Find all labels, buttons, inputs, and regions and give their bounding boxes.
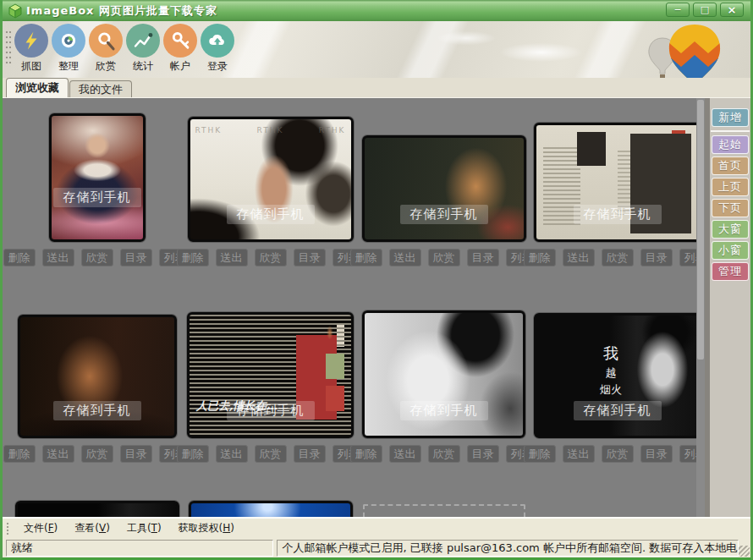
- gallery-item: 存储到手机 删除 送出 欣赏 目录 列表: [357, 267, 530, 464]
- thumbnail-image[interactable]: RTHKRTHKRTHK 存储到手机: [188, 117, 354, 242]
- directory-button[interactable]: 目录: [467, 445, 499, 463]
- watermark-label: 存储到手机: [400, 205, 488, 224]
- delete-button[interactable]: 删除: [524, 445, 556, 463]
- minimize-button[interactable]: ─: [666, 3, 690, 17]
- gallery-item: 存储到手机 删除 送出 欣赏 目录 列表: [357, 98, 530, 267]
- watermark-label: 存储到手机: [574, 205, 662, 224]
- gallery-item: RTHKRTHKRTHK 存储到手机 删除 送出 欣赏 目录 列表: [184, 98, 357, 267]
- view-button[interactable]: 欣赏: [428, 249, 460, 266]
- directory-button[interactable]: 目录: [294, 445, 326, 463]
- thumbnail-image[interactable]: 存储到手机: [49, 113, 146, 242]
- photo-background-text: RTHKRTHKRTHK: [195, 126, 346, 135]
- thumbnail-image[interactable]: 我 越 烟火 存储到手机: [534, 313, 696, 438]
- manage-button[interactable]: 管理: [712, 262, 749, 281]
- capture-button[interactable]: 抓图: [13, 24, 50, 74]
- menu-view[interactable]: 查看(V): [66, 519, 118, 538]
- status-ready: 就绪: [6, 540, 273, 557]
- gallery-item: [530, 464, 696, 517]
- delete-button[interactable]: 删除: [524, 249, 556, 266]
- first-page-button[interactable]: 首页: [712, 156, 749, 175]
- organize-button[interactable]: 整理: [50, 24, 87, 74]
- view-button[interactable]: 欣赏: [255, 445, 287, 463]
- watermark-label: 存储到手机: [574, 401, 662, 420]
- prev-page-button[interactable]: 上页: [712, 178, 749, 196]
- directory-button[interactable]: 目录: [294, 249, 326, 266]
- send-button[interactable]: 送出: [563, 249, 595, 266]
- line-chart-icon: [126, 24, 160, 58]
- thumbnail-image[interactable]: 存储到手机: [362, 135, 526, 242]
- maximize-button[interactable]: □: [693, 3, 717, 17]
- small-window-button[interactable]: 小窗: [712, 241, 749, 260]
- menubar-grip[interactable]: [6, 522, 10, 535]
- delete-button[interactable]: 删除: [177, 249, 209, 266]
- account-button[interactable]: 帐户: [162, 24, 199, 74]
- delete-button[interactable]: 删除: [177, 445, 209, 463]
- view-button[interactable]: 欣赏: [602, 445, 634, 463]
- thumbnail-image[interactable]: 存储到手机: [18, 315, 177, 438]
- view-button[interactable]: 欣赏: [87, 24, 124, 74]
- stats-button[interactable]: 统计: [124, 24, 162, 74]
- watermark-label: 存储到手机: [53, 188, 141, 207]
- eye-icon: [52, 24, 85, 58]
- toolbar-grip[interactable]: [5, 30, 11, 67]
- main-toolbar: 抓图 整理 欣赏: [3, 21, 750, 78]
- list-button[interactable]: 列表: [679, 445, 697, 463]
- watermark-label: 存储到手机: [227, 205, 315, 224]
- thumbnail-image[interactable]: 存储到手机: [362, 310, 525, 438]
- send-button[interactable]: 送出: [389, 249, 421, 266]
- menu-license[interactable]: 获取授权(H): [170, 519, 243, 538]
- gallery-item: 存储到手机 删除 送出 欣赏 目录 列表: [10, 98, 184, 267]
- send-button[interactable]: 送出: [42, 249, 74, 266]
- start-button[interactable]: 起始: [712, 135, 749, 154]
- thumbnail-image[interactable]: 人已去,情长在... 存储到手机: [187, 312, 354, 438]
- view-button[interactable]: 欣赏: [428, 445, 460, 463]
- gallery-item: [184, 464, 357, 517]
- lightning-icon: [14, 24, 48, 58]
- menu-file[interactable]: 文件(F): [15, 519, 66, 538]
- thumbnail-image[interactable]: [15, 501, 179, 517]
- send-button[interactable]: 送出: [216, 445, 248, 463]
- directory-button[interactable]: 目录: [640, 249, 673, 266]
- menu-bar: 文件(F) 查看(V) 工具(T) 获取授权(H): [3, 517, 750, 539]
- send-button[interactable]: 送出: [42, 445, 74, 463]
- directory-button[interactable]: 目录: [120, 445, 152, 463]
- delete-button[interactable]: 删除: [350, 249, 382, 266]
- resize-grip[interactable]: [739, 546, 750, 557]
- thumbnail-image[interactable]: [189, 501, 353, 517]
- view-button[interactable]: 欣赏: [81, 249, 113, 266]
- menu-tools[interactable]: 工具(T): [118, 519, 170, 538]
- delete-button[interactable]: 删除: [3, 445, 36, 463]
- large-window-button[interactable]: 大窗: [712, 220, 749, 239]
- gallery-item: [357, 464, 530, 517]
- thumbnail-image[interactable]: 存储到手机: [534, 123, 696, 242]
- send-button[interactable]: 送出: [389, 445, 421, 463]
- list-button[interactable]: 列表: [679, 249, 697, 266]
- gallery-item: 人已去,情长在... 存储到手机 删除 送出 欣赏 目录 列表: [184, 267, 357, 464]
- scrollbar-thumb[interactable]: [697, 100, 704, 360]
- title-bar[interactable]: ImageBox 网页图片批量下载专家 ─ □ ×: [3, 0, 750, 21]
- gallery-content: 存储到手机 删除 送出 欣赏 目录 列表 RTHKRTHKRTHK: [3, 98, 696, 517]
- delete-button[interactable]: 删除: [350, 445, 382, 463]
- tab-my-files[interactable]: 我的文件: [69, 80, 132, 97]
- directory-button[interactable]: 目录: [467, 249, 499, 266]
- send-button[interactable]: 送出: [216, 249, 248, 266]
- login-button[interactable]: 登录: [199, 24, 236, 74]
- status-bar: 就绪 个人邮箱帐户模式已启用, 已联接 pulsar@163.com 帐户中所有…: [3, 539, 750, 557]
- send-button[interactable]: 送出: [563, 445, 595, 463]
- photo-poem-text: 我 越 烟火: [591, 342, 630, 398]
- directory-button[interactable]: 目录: [640, 445, 673, 463]
- view-button[interactable]: 欣赏: [255, 249, 287, 266]
- key-icon: [163, 24, 197, 58]
- next-page-button[interactable]: 下页: [712, 199, 749, 217]
- view-button[interactable]: 欣赏: [602, 249, 634, 266]
- vertical-scrollbar[interactable]: [696, 98, 705, 517]
- tab-browse-favorites[interactable]: 浏览收藏: [6, 78, 69, 97]
- new-button[interactable]: 新增: [712, 108, 749, 127]
- window-title: ImageBox 网页图片批量下载专家: [26, 3, 217, 19]
- loading-placeholder: [363, 504, 525, 517]
- close-button[interactable]: ×: [720, 3, 744, 17]
- right-sidebar: 新增 起始 首页 上页 下页 大窗 小窗 管理: [705, 98, 750, 517]
- view-button[interactable]: 欣赏: [81, 445, 113, 463]
- directory-button[interactable]: 目录: [120, 249, 152, 266]
- delete-button[interactable]: 删除: [3, 249, 36, 266]
